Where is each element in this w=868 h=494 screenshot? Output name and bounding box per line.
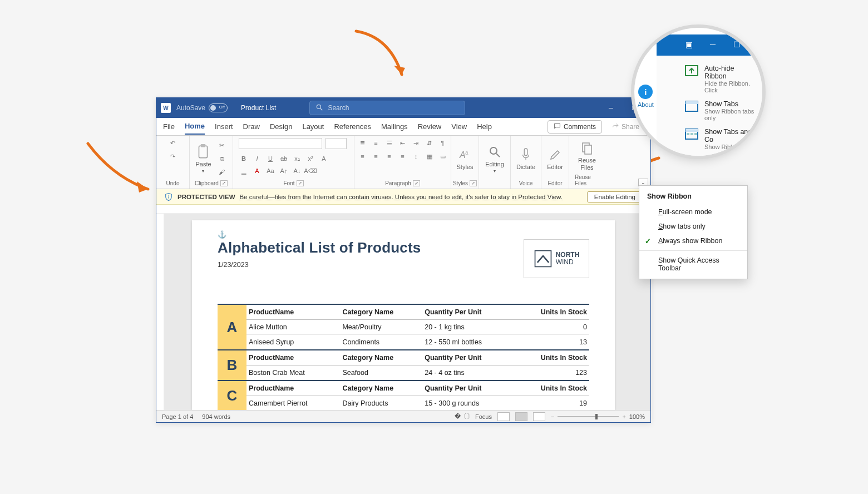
strike-icon[interactable]: ab: [279, 154, 289, 164]
web-layout-button[interactable]: [533, 412, 545, 421]
check-icon: ✓: [645, 237, 651, 245]
align-left-icon[interactable]: ≡: [358, 151, 368, 161]
enable-editing-button[interactable]: Enable Editing: [587, 191, 643, 202]
zoom-out-icon[interactable]: −: [551, 413, 554, 420]
font-size-combo[interactable]: [326, 138, 347, 149]
underline-icon[interactable]: U: [265, 154, 275, 164]
focus-button[interactable]: �〔〕 Focus: [455, 412, 492, 421]
ribbon: ↶ ↷ Undo Paste ▾ ✂ ⧉ 🖌 Clip: [156, 136, 650, 189]
maximize-icon[interactable]: ☐: [733, 40, 741, 49]
increase-indent-icon[interactable]: ⇥: [411, 138, 421, 148]
justify-icon[interactable]: ≡: [398, 151, 408, 161]
zoom-slider[interactable]: [558, 416, 619, 417]
tab-draw[interactable]: Draw: [243, 119, 260, 134]
svg-rect-19: [685, 101, 698, 104]
menu-item[interactable]: Show tabs only: [639, 219, 747, 234]
ribbon-option[interactable]: Auto-hide Ribbon Hide the Ribbon. Click: [657, 61, 762, 97]
font-color-icon[interactable]: A: [252, 166, 262, 176]
document-area[interactable]: ⚓ Alphabetical List of Products 1/23/202…: [156, 214, 650, 410]
search-input[interactable]: [328, 104, 459, 112]
ribbon-option[interactable]: Show Tabs and Co Show Ribbon tab: [657, 125, 762, 154]
tab-design[interactable]: Design: [270, 119, 292, 134]
multilevel-icon[interactable]: ☰: [384, 138, 394, 148]
group-voice: Voice: [519, 179, 532, 187]
page: ⚓ Alphabetical List of Products 1/23/202…: [192, 220, 615, 410]
svg-rect-13: [585, 145, 591, 154]
editor-button[interactable]: Editor: [547, 147, 563, 170]
numbering-icon[interactable]: ≡: [371, 138, 381, 148]
ruler[interactable]: [156, 205, 650, 214]
tab-file[interactable]: File: [163, 119, 175, 134]
vertical-ruler[interactable]: [156, 214, 164, 410]
paste-button[interactable]: Paste ▾: [195, 144, 211, 174]
format-painter-icon[interactable]: 🖌: [217, 167, 227, 177]
tab-insert[interactable]: Insert: [215, 119, 233, 134]
northwind-logo: NORTH WIND: [524, 239, 589, 278]
tab-references[interactable]: References: [334, 119, 371, 134]
share-button[interactable]: Share ▾: [612, 122, 644, 131]
line-spacing-icon[interactable]: ↕: [411, 151, 421, 161]
editing-button[interactable]: Editing ▾: [485, 144, 504, 174]
align-right-icon[interactable]: ≡: [384, 151, 394, 161]
tab-mailings[interactable]: Mailings: [381, 119, 408, 134]
autosave-toggle[interactable]: AutoSave Off: [176, 103, 228, 112]
menu-item[interactable]: ✓Always show Ribbon: [639, 234, 747, 248]
word-window: W AutoSave Off Product List ─ ☐ File Hom…: [156, 97, 651, 423]
tab-help[interactable]: Help: [477, 119, 492, 134]
page-date: 1/23/2023: [218, 261, 421, 269]
cut-icon[interactable]: ✂: [217, 140, 227, 150]
cell-name: Alice Mutton: [246, 320, 340, 335]
copy-icon[interactable]: ⧉: [217, 154, 227, 164]
comments-button[interactable]: Comments: [548, 120, 602, 134]
bullets-icon[interactable]: ≣: [358, 138, 368, 148]
styles-button[interactable]: Aa Styles: [457, 147, 474, 170]
bold-icon[interactable]: B: [239, 154, 249, 164]
page-indicator[interactable]: Page 1 of 4: [162, 413, 193, 420]
clear-format-icon[interactable]: A⌫: [305, 166, 315, 176]
undo-icon[interactable]: ↶: [168, 138, 178, 148]
sort-icon[interactable]: ⇵: [425, 138, 435, 148]
ribbon-option[interactable]: Show Tabs Show Ribbon tabs only: [657, 97, 762, 125]
option-icon: [684, 128, 699, 140]
align-center-icon[interactable]: ≡: [371, 151, 381, 161]
svg-text:A: A: [459, 150, 466, 160]
highlight-icon[interactable]: ▁: [239, 166, 249, 176]
app-icon: W: [161, 103, 171, 113]
shrink-font-icon[interactable]: A↓: [292, 166, 302, 176]
toggle-track[interactable]: Off: [209, 103, 228, 112]
menu-item-qat[interactable]: Show Quick Access Toolbar: [639, 253, 747, 275]
showmarks-icon[interactable]: ¶: [438, 138, 448, 148]
search-box[interactable]: [309, 101, 465, 115]
zoom-level[interactable]: 100%: [629, 413, 645, 420]
text-effects-icon[interactable]: A: [319, 154, 329, 164]
minimize-icon[interactable]: ─: [710, 40, 716, 49]
about-button[interactable]: i About: [638, 85, 654, 108]
word-count[interactable]: 904 words: [202, 413, 230, 420]
decrease-indent-icon[interactable]: ⇤: [398, 138, 408, 148]
tab-home[interactable]: Home: [185, 118, 205, 135]
zoom-control[interactable]: − + 100%: [551, 413, 645, 420]
grow-font-icon[interactable]: A↑: [279, 166, 289, 176]
change-case-icon[interactable]: Aa: [265, 166, 275, 176]
borders-icon[interactable]: ▭: [438, 151, 448, 161]
zoom-in-icon[interactable]: +: [622, 413, 625, 420]
comments-label: Comments: [564, 123, 596, 131]
redo-icon[interactable]: ↷: [168, 151, 178, 161]
shading-icon[interactable]: ▦: [425, 151, 435, 161]
subscript-icon[interactable]: x₂: [292, 154, 302, 164]
minimize-button[interactable]: ─: [599, 98, 623, 118]
tab-layout[interactable]: Layout: [302, 119, 324, 134]
menu-item[interactable]: Full-screen mode: [639, 205, 747, 219]
reuse-files-button[interactable]: Reuse Files: [575, 140, 599, 170]
tab-review[interactable]: Review: [418, 119, 442, 134]
ribbon-display-icon[interactable]: ▣: [685, 40, 693, 49]
tab-view[interactable]: View: [451, 119, 467, 134]
dictate-button[interactable]: Dictate: [516, 147, 535, 170]
italic-icon[interactable]: I: [252, 154, 262, 164]
share-icon: [612, 122, 619, 131]
print-layout-button[interactable]: [515, 412, 527, 421]
read-mode-button[interactable]: [497, 412, 510, 421]
font-name-combo[interactable]: [239, 138, 322, 149]
option-sub: Show Ribbon tabs only: [704, 108, 756, 121]
superscript-icon[interactable]: x²: [305, 154, 315, 164]
